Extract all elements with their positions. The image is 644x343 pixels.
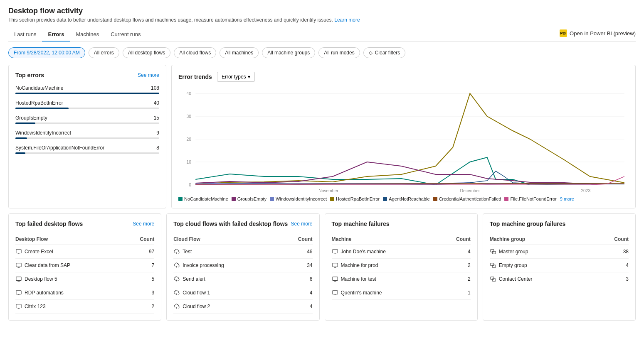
svg-rect-16 — [16, 263, 21, 267]
machine-failures-panel-title: Top machine failures — [332, 220, 390, 227]
clear-filters-btn[interactable]: ◇ Clear filters — [363, 47, 406, 58]
cloud-flow-col-header: Cloud Flow — [173, 234, 281, 245]
table-row: Citrix 1232 — [15, 300, 154, 314]
chart-title: Error trends — [178, 74, 212, 80]
svg-rect-34 — [332, 277, 337, 281]
svg-rect-28 — [332, 250, 337, 253]
page-subtitle: This section provides data to better und… — [8, 17, 636, 23]
error-item-1: HostedRpaBotInError 40 — [15, 100, 159, 109]
table-row: Desktop flow 55 — [15, 272, 154, 286]
top-errors-panel: Top errors See more NoCandidateMachine 1… — [8, 65, 166, 208]
date-filter-btn[interactable]: From 9/28/2022, 12:00:00 AM — [8, 47, 85, 58]
machine-group-col-header: Machine group — [490, 234, 594, 245]
chart-legend: NoCandidateMachine GroupIsEmpty WindowsI… — [178, 196, 629, 201]
svg-text:2023: 2023 — [581, 189, 590, 193]
tab-machines[interactable]: Machines — [70, 28, 105, 42]
tab-errors[interactable]: Errors — [42, 28, 70, 42]
run-modes-filter-btn[interactable]: All run modes — [318, 47, 360, 58]
table-row: John Doe's machine4 — [332, 245, 471, 259]
table-row: Cloud flow 14 — [173, 286, 312, 300]
table-row: Machine for test2 — [332, 272, 471, 286]
legend-item-3: HostedRpaBotInError — [330, 196, 380, 201]
desktop-flows-see-more[interactable]: See more — [133, 221, 154, 227]
legend-item-more[interactable]: 9 more — [560, 196, 574, 201]
machine-failures-table: Machine Count John Doe's machine4Machine… — [332, 234, 471, 300]
svg-rect-13 — [16, 250, 21, 253]
machine-group-failures-panel-title: Top machine group failures — [490, 220, 566, 227]
machine-groups-filter-btn[interactable]: All machine groups — [262, 47, 315, 58]
tabs-bar: Last runs Errors Machines Current runs P… — [8, 28, 636, 42]
tab-last-runs[interactable]: Last runs — [8, 28, 42, 42]
svg-rect-25 — [16, 304, 21, 308]
tab-current-runs[interactable]: Current runs — [105, 28, 146, 42]
legend-item-6: File.FileNotFoundError — [504, 196, 556, 201]
table-row: Create Excel97 — [15, 245, 154, 259]
svg-text:November: November — [318, 189, 338, 193]
table-row: Empty group4 — [490, 259, 629, 272]
error-trends-chart: 40 30 20 10 0 November December 2023 — [178, 85, 629, 193]
error-item-4: System.FileOrApplicationNotFoundError 8 — [15, 145, 159, 154]
top-machine-failures-panel: Top machine failures Machine Count John … — [325, 213, 478, 321]
cloud-flows-filter-btn[interactable]: All cloud flows — [174, 47, 216, 58]
machine-col-header: Machine — [332, 234, 442, 245]
table-row: Master group38 — [490, 245, 629, 259]
desktop-flow-col-header: Desktop Flow — [15, 234, 126, 245]
learn-more-link[interactable]: Learn more — [334, 17, 360, 23]
error-trends-panel: Error trends Error types ▾ 40 — [171, 65, 636, 208]
page-title: Desktop flow activity — [8, 7, 636, 15]
machine-group-count-header: Count — [594, 234, 629, 245]
legend-item-0: NoCandidateMachine — [178, 196, 228, 201]
error-item-2: GroupIsEmpty 15 — [15, 115, 159, 124]
power-bi-button[interactable]: PBI Open in Power BI (preview) — [560, 29, 636, 37]
top-errors-see-more[interactable]: See more — [138, 72, 159, 78]
svg-text:30: 30 — [186, 114, 191, 119]
table-row: Clear data from SAP7 — [15, 259, 154, 272]
errors-filter-btn[interactable]: All errors — [89, 47, 119, 58]
svg-text:December: December — [460, 189, 480, 193]
error-types-dropdown[interactable]: Error types ▾ — [217, 72, 255, 82]
machine-count-header: Count — [442, 234, 471, 245]
svg-text:10: 10 — [186, 160, 191, 164]
clear-filters-icon: ◇ — [369, 50, 373, 56]
legend-item-1: GroupIsEmpty — [232, 196, 266, 201]
machines-filter-btn[interactable]: All machines — [220, 47, 259, 58]
power-bi-icon: PBI — [560, 29, 567, 37]
cloud-flows-see-more[interactable]: See more — [291, 221, 312, 227]
svg-rect-22 — [16, 291, 21, 294]
legend-item-2: WindowsIdentityIncorrect — [270, 196, 327, 201]
error-item-0: NoCandidateMachine 108 — [15, 85, 159, 94]
desktop-flows-table: Desktop Flow Count Create Excel97Clear d… — [15, 234, 154, 314]
chevron-down-icon: ▾ — [248, 74, 250, 80]
cloud-flows-panel-title: Top cloud flows with failed desktop flow… — [173, 220, 288, 227]
svg-rect-31 — [332, 263, 337, 267]
table-row: Test46 — [173, 245, 312, 259]
table-row: Contact Center3 — [490, 272, 629, 286]
filters-bar: From 9/28/2022, 12:00:00 AM All errors A… — [8, 47, 636, 58]
desktop-flows-filter-btn[interactable]: All desktop flows — [123, 47, 170, 58]
cloud-flows-table: Cloud Flow Count Test46Invoice processin… — [173, 234, 312, 314]
cloud-flow-count-header: Count — [281, 234, 312, 245]
svg-text:20: 20 — [186, 137, 191, 142]
top-failed-desktop-flows-panel: Top failed desktop flows See more Deskto… — [8, 213, 161, 321]
desktop-flow-count-header: Count — [126, 234, 155, 245]
legend-item-4: AgentNotReachable — [383, 196, 429, 201]
desktop-flows-panel-title: Top failed desktop flows — [15, 220, 83, 227]
svg-text:0: 0 — [189, 183, 191, 187]
chart-area: 40 30 20 10 0 November December 2023 — [178, 85, 629, 193]
table-row: RDP automations3 — [15, 286, 154, 300]
table-row: Quentin's machine1 — [332, 286, 471, 300]
machine-group-failures-table: Machine group Count Master group38Empty … — [490, 234, 629, 286]
table-row: Invoice processing34 — [173, 259, 312, 272]
top-cloud-flows-panel: Top cloud flows with failed desktop flow… — [166, 213, 319, 321]
table-row: Send alert6 — [173, 272, 312, 286]
top-errors-title: Top errors — [15, 72, 44, 78]
table-row: Cloud flow 24 — [173, 300, 312, 314]
table-row: Machine for prod2 — [332, 259, 471, 272]
top-machine-group-failures-panel: Top machine group failures Machine group… — [483, 213, 636, 321]
error-item-3: WindowsIdentityIncorrect 9 — [15, 130, 159, 139]
legend-item-5: CredentialAuthenticationFailed — [433, 196, 501, 201]
svg-text:40: 40 — [186, 91, 191, 96]
svg-rect-19 — [16, 277, 21, 281]
svg-rect-37 — [332, 291, 337, 294]
